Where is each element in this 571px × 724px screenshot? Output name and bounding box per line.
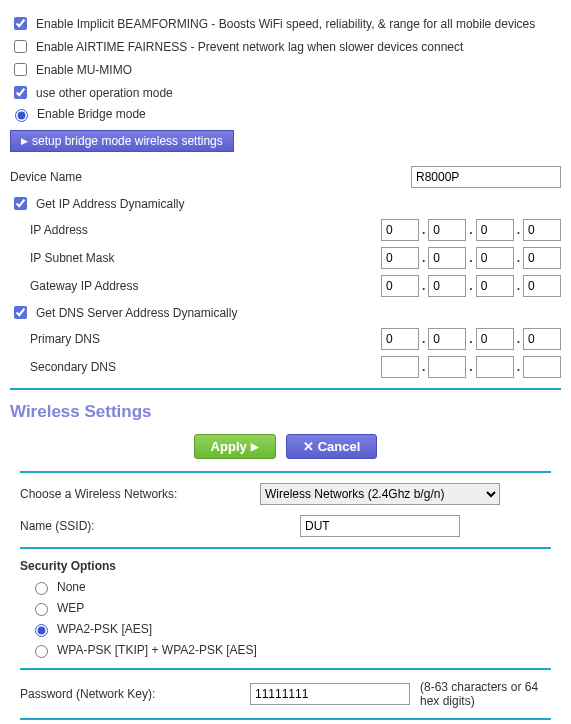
airtime-label: Enable AIRTIME FAIRNESS - Prevent networ… [36,40,463,54]
cancel-label: Cancel [318,439,361,454]
gateway-label: Gateway IP Address [30,279,210,293]
other-mode-checkbox[interactable] [14,86,27,99]
ip-octet-1[interactable] [381,219,419,241]
divider [20,471,551,473]
cancel-button[interactable]: ✕Cancel [286,434,378,459]
sdns-octet-4[interactable] [523,356,561,378]
ip-dynamic-label: Get IP Address Dynamically [36,197,185,211]
subnet-label: IP Subnet Mask [30,251,210,265]
security-wep-radio[interactable] [35,603,48,616]
gateway-octet-2[interactable] [428,275,466,297]
subnet-octet-4[interactable] [523,247,561,269]
gateway-octet-3[interactable] [476,275,514,297]
beamforming-label: Enable Implicit BEAMFORMING - Boosts WiF… [36,17,535,31]
subnet-group: . . . [381,247,561,269]
primary-dns-group: . . . [381,328,561,350]
ip-octet-4[interactable] [523,219,561,241]
pdns-octet-2[interactable] [428,328,466,350]
sdns-octet-3[interactable] [476,356,514,378]
security-wpa-mix-radio[interactable] [35,645,48,658]
dns-dynamic-checkbox[interactable] [14,306,27,319]
security-wep-label: WEP [57,601,84,615]
mumimo-label: Enable MU-MIMO [36,63,132,77]
divider [10,388,561,390]
security-wpa-mix-label: WPA-PSK [TKIP] + WPA2-PSK [AES] [57,643,257,657]
device-name-label: Device Name [10,170,190,184]
ssid-label: Name (SSID): [20,519,260,533]
security-wpa2-radio[interactable] [35,624,48,637]
gateway-octet-4[interactable] [523,275,561,297]
choose-network-label: Choose a Wireless Networks: [20,487,260,501]
setup-bridge-button[interactable]: ▶ setup bridge mode wireless settings [10,130,234,152]
gateway-octet-1[interactable] [381,275,419,297]
beamforming-checkbox[interactable] [14,17,27,30]
close-icon: ✕ [303,439,314,454]
sdns-octet-2[interactable] [428,356,466,378]
apply-label: Apply [211,439,247,454]
ip-address-label: IP Address [30,223,210,237]
ip-octet-3[interactable] [476,219,514,241]
password-input[interactable] [250,683,410,705]
bridge-mode-radio[interactable] [15,109,28,122]
pdns-octet-1[interactable] [381,328,419,350]
mumimo-checkbox[interactable] [14,63,27,76]
airtime-checkbox[interactable] [14,40,27,53]
dns-dynamic-label: Get DNS Server Address Dynamically [36,306,237,320]
pdns-octet-3[interactable] [476,328,514,350]
apply-button[interactable]: Apply ▶ [194,434,276,459]
device-name-input[interactable] [411,166,561,188]
divider [20,718,551,720]
play-icon: ▶ [21,136,28,146]
password-hint: (8-63 characters or 64 hex digits) [420,680,551,708]
divider [20,547,551,549]
security-none-radio[interactable] [35,582,48,595]
play-icon: ▶ [251,441,259,452]
subnet-octet-3[interactable] [476,247,514,269]
security-wpa2-label: WPA2-PSK [AES] [57,622,152,636]
setup-bridge-label: setup bridge mode wireless settings [32,134,223,148]
other-mode-label: use other operation mode [36,86,173,100]
wireless-network-select[interactable]: Wireless Networks (2.4Ghz b/g/n) [260,483,500,505]
security-none-label: None [57,580,86,594]
wireless-settings-title: Wireless Settings [10,402,561,422]
bridge-mode-label: Enable Bridge mode [37,107,146,121]
subnet-octet-2[interactable] [428,247,466,269]
secondary-dns-label: Secondary DNS [30,360,210,374]
security-options-title: Security Options [20,559,551,573]
primary-dns-label: Primary DNS [30,332,210,346]
ssid-input[interactable] [300,515,460,537]
ip-octet-2[interactable] [428,219,466,241]
ip-address-group: . . . [381,219,561,241]
pdns-octet-4[interactable] [523,328,561,350]
subnet-octet-1[interactable] [381,247,419,269]
secondary-dns-group: . . . [381,356,561,378]
gateway-group: . . . [381,275,561,297]
sdns-octet-1[interactable] [381,356,419,378]
password-label: Password (Network Key): [20,687,240,701]
divider [20,668,551,670]
ip-dynamic-checkbox[interactable] [14,197,27,210]
